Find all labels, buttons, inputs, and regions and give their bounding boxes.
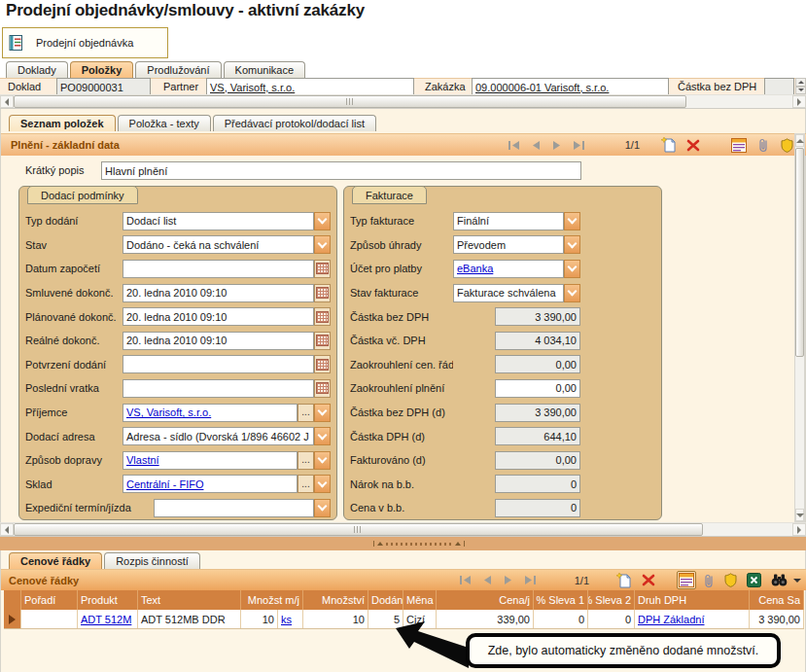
tab-prodluzovani[interactable]: Prodlužování [135, 61, 221, 78]
detail-vscrollbar[interactable] [794, 133, 805, 522]
typ-fakturace-combo[interactable]: Finální [453, 212, 564, 230]
nav-last-icon[interactable] [524, 576, 536, 584]
col-dodano[interactable]: Dodáno [368, 590, 403, 610]
datum-zapoceti-field[interactable] [123, 260, 314, 278]
stav-combo[interactable]: Dodáno - čeká na schválení [123, 235, 314, 254]
nav-first-icon[interactable] [508, 141, 520, 150]
combo-down-icon[interactable] [564, 260, 580, 278]
nav-next-icon[interactable] [504, 576, 512, 584]
doc-type-button[interactable]: Prodejní objednávka [2, 27, 168, 58]
security-shield-icon[interactable] [724, 573, 737, 587]
nav-last-icon[interactable] [573, 141, 584, 150]
castka-spinner[interactable] [795, 78, 806, 94]
grid-view-icon[interactable] [677, 571, 696, 589]
col-mnozstvi-mj[interactable]: Množst m/j [241, 590, 303, 610]
delete-icon[interactable] [686, 139, 700, 152]
scroll-down-icon[interactable] [795, 509, 804, 521]
excel-export-icon[interactable] [747, 573, 761, 587]
tab-cenove-radky[interactable]: Cenové řádky [9, 552, 102, 569]
new-record-icon[interactable] [661, 137, 677, 153]
security-shield-icon[interactable] [781, 138, 793, 153]
splitter-collapse-handle[interactable] [373, 541, 465, 547]
more-caret-icon[interactable] [793, 575, 801, 586]
detail-hscrollbar[interactable] [0, 522, 806, 537]
calendar-icon[interactable] [314, 379, 331, 398]
scroll-left-icon[interactable] [0, 523, 14, 536]
combo-down-icon[interactable] [314, 235, 331, 254]
combo-down-icon[interactable] [314, 499, 331, 517]
tab-rozpis-cinnosti[interactable]: Rozpis činností [104, 552, 200, 569]
dodaci-adresa-combo[interactable]: Adresa - sídlo (Dvorská 1/896 46602 J [123, 427, 314, 445]
col-sleva2[interactable]: % Sleva 2 [588, 590, 635, 610]
lookup-ellipsis-icon[interactable] [298, 475, 314, 493]
calendar-icon[interactable] [314, 332, 331, 350]
nav-prev-icon[interactable] [483, 576, 492, 584]
nav-prev-icon[interactable] [532, 141, 541, 150]
zpusob-uhrady-combo[interactable]: Převodem [453, 235, 564, 254]
nav-next-icon[interactable] [552, 141, 561, 150]
scroll-right-icon[interactable] [792, 95, 806, 108]
col-text[interactable]: Text [138, 590, 241, 610]
tab-polozky[interactable]: Položky [70, 61, 134, 78]
attachment-icon[interactable] [704, 573, 715, 588]
calendar-icon[interactable] [314, 284, 331, 302]
calendar-icon[interactable] [314, 355, 331, 373]
tab-predavaci-protokol[interactable]: Předávací protokol/dodací list [213, 115, 376, 131]
zpusob-dopravy-field[interactable]: Vlastní [123, 451, 298, 470]
tab-polozka-texty[interactable]: Položka - texty [118, 115, 211, 131]
combo-down-icon[interactable] [314, 404, 331, 422]
expedicni-termin-combo[interactable] [154, 499, 314, 517]
scroll-left-icon[interactable] [0, 95, 14, 108]
ucet-pro-platby-combo[interactable]: eBanka [453, 260, 564, 278]
lookup-ellipsis-icon[interactable] [298, 451, 314, 470]
combo-down-icon[interactable] [314, 451, 331, 470]
zaokrouhleni-plneni-field[interactable]: 0,00 [495, 379, 580, 398]
combo-down-icon[interactable] [564, 212, 580, 230]
lookup-ellipsis-icon[interactable] [298, 404, 314, 422]
tab-seznam-polozek[interactable]: Seznam položek [9, 115, 116, 131]
col-mena[interactable]: Měna [403, 590, 437, 610]
tab-komunikace[interactable]: Komunikace [224, 61, 306, 78]
col-poradi[interactable]: Pořadí [21, 590, 78, 610]
new-record-icon[interactable] [616, 573, 632, 588]
table-row[interactable]: ADT 512M ADT 512MB DDR 10 ks 10 5 Cizí 3… [4, 610, 804, 629]
stav-fakturace-combo[interactable]: Fakturace schválena [453, 284, 564, 302]
sklad-field[interactable]: Centrální - FIFO [123, 475, 298, 493]
produkt-link[interactable]: ADT 512M [81, 614, 131, 625]
hscroll-thumb[interactable] [14, 95, 686, 108]
prijemce-field[interactable]: VS, Varisoft, s.r.o. [123, 404, 298, 422]
combo-down-icon[interactable] [314, 475, 331, 493]
calendar-icon[interactable] [314, 260, 331, 278]
kratky-popis-field[interactable]: Hlavní plnění [101, 161, 581, 180]
calendar-icon[interactable] [314, 307, 331, 326]
druh-dph-link[interactable]: DPH Základní [638, 614, 704, 625]
col-mnozstvi[interactable]: Množství [303, 590, 368, 610]
delete-icon[interactable] [642, 574, 655, 586]
col-cena-j[interactable]: Cena/j [437, 590, 534, 610]
spin-up-icon[interactable] [795, 78, 806, 87]
combo-down-icon[interactable] [314, 427, 331, 445]
scroll-up-icon[interactable] [795, 134, 804, 147]
spin-down-icon[interactable] [795, 87, 806, 95]
vscroll-thumb[interactable] [795, 148, 804, 357]
combo-down-icon[interactable] [564, 284, 580, 302]
combo-down-icon[interactable] [564, 235, 580, 254]
col-sleva1[interactable]: % Sleva 1 [534, 590, 588, 610]
grid-view-icon[interactable] [731, 138, 747, 153]
nav-first-icon[interactable] [460, 576, 472, 584]
combo-down-icon[interactable] [314, 212, 331, 230]
posledni-vratka-field[interactable] [123, 379, 314, 398]
col-produkt[interactable]: Produkt [78, 590, 138, 610]
attachment-icon[interactable] [758, 137, 769, 153]
col-cena-s[interactable]: Cena Sa [750, 590, 804, 610]
mj-link[interactable]: ks [281, 614, 292, 625]
typ-dodani-combo[interactable]: Dodací list [123, 212, 314, 230]
planovane-dokonceni-field[interactable]: 20. ledna 2010 09:10 [123, 307, 314, 326]
smluvene-dokonceni-field[interactable]: 20. ledna 2010 09:10 [123, 284, 314, 302]
realne-dokonceni-field[interactable]: 20. ledna 2010 09:10 [123, 332, 314, 350]
scroll-right-icon[interactable] [792, 523, 806, 536]
hscroll-thumb[interactable] [14, 523, 703, 536]
potvrzeni-dodani-field[interactable] [123, 355, 314, 373]
panel-splitter[interactable] [0, 537, 806, 550]
header-hscrollbar[interactable] [0, 94, 806, 109]
